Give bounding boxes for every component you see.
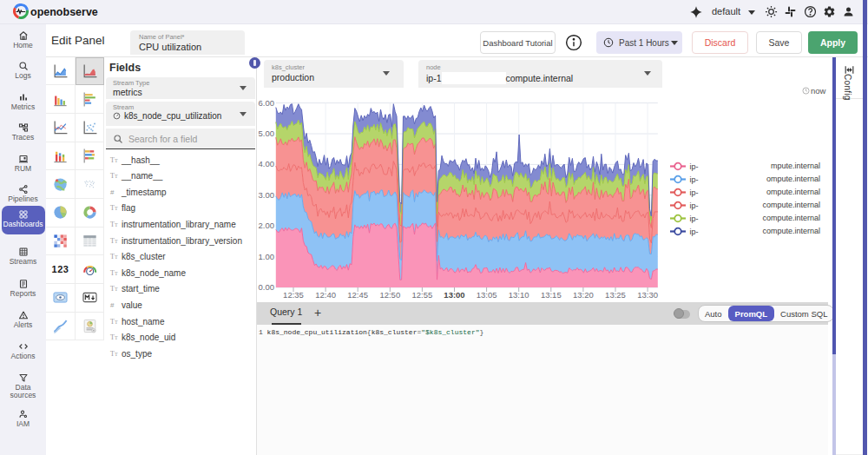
svg-text:13:10: 13:10 bbox=[509, 290, 529, 300]
svg-text:12:50: 12:50 bbox=[379, 290, 400, 300]
svg-text:0.00: 0.00 bbox=[259, 282, 275, 292]
svg-text:3.00: 3.00 bbox=[259, 190, 275, 200]
svg-text:12:45: 12:45 bbox=[347, 290, 368, 300]
svg-text:6.00: 6.00 bbox=[259, 98, 275, 108]
svg-text:12:35: 12:35 bbox=[283, 290, 304, 300]
svg-text:5.00: 5.00 bbox=[259, 129, 275, 138]
svg-text:13:00: 13:00 bbox=[444, 290, 464, 300]
svg-text:13:15: 13:15 bbox=[541, 290, 562, 300]
svg-text:13:05: 13:05 bbox=[477, 290, 497, 300]
svg-text:1.00: 1.00 bbox=[259, 252, 275, 261]
svg-text:12:55: 12:55 bbox=[412, 290, 433, 300]
svg-text:13:25: 13:25 bbox=[605, 290, 626, 300]
svg-text:13:30: 13:30 bbox=[637, 290, 658, 300]
svg-text:13:20: 13:20 bbox=[573, 290, 594, 300]
svg-text:2.00: 2.00 bbox=[259, 221, 275, 230]
svg-text:4.00: 4.00 bbox=[259, 159, 275, 168]
svg-text:12:40: 12:40 bbox=[315, 290, 336, 300]
